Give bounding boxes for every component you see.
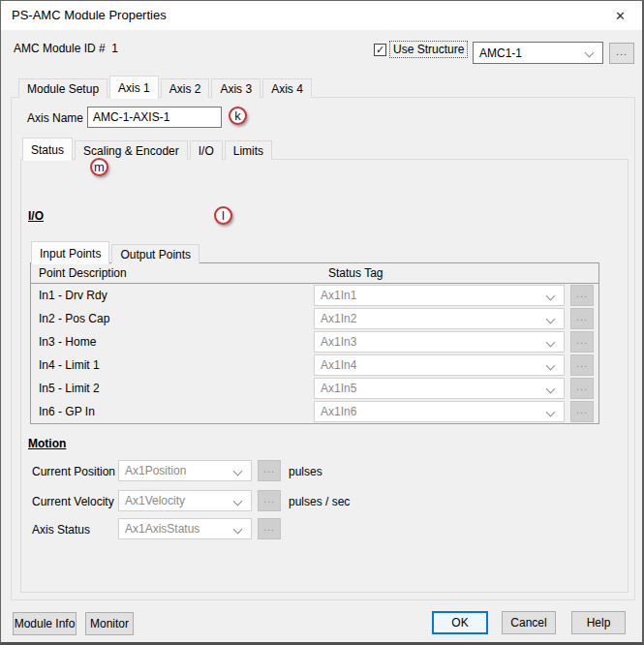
module-id-label: AMC Module ID # 1 <box>14 42 118 55</box>
table-row: In4 - Limit 1 Ax1In4 ... <box>31 353 598 377</box>
use-structure-label[interactable]: Use Structure <box>390 42 467 57</box>
chevron-down-icon <box>546 314 556 323</box>
tab-io[interactable]: I/O <box>190 140 223 160</box>
chevron-down-icon <box>233 466 243 476</box>
column-point-description: Point Description <box>39 266 127 280</box>
chevron-down-icon <box>546 360 556 370</box>
dialog-title: PS-AMC Module Properties <box>12 1 167 30</box>
tab-axis-1[interactable]: Axis 1 <box>109 76 159 99</box>
tab-axis-3[interactable]: Axis 3 <box>211 78 261 98</box>
position-browse-button[interactable]: ... <box>258 460 281 481</box>
use-structure-checkbox[interactable]: ✓ <box>374 44 386 56</box>
current-velocity-label: Current Velocity <box>32 495 114 508</box>
cancel-button[interactable]: Cancel <box>502 611 556 634</box>
structure-select[interactable]: AMC1-1 <box>473 42 603 64</box>
ellipsis-icon: ... <box>576 382 588 392</box>
tab-axis-2[interactable]: Axis 2 <box>161 78 210 98</box>
ellipsis-icon: ... <box>263 464 275 475</box>
status-tag-select[interactable]: Ax1In5 <box>314 378 565 399</box>
chevron-down-icon <box>585 48 595 58</box>
tag-browse-button[interactable]: ... <box>570 285 594 306</box>
annotation-circle-k: k <box>229 107 247 125</box>
current-velocity-select[interactable]: Ax1Velocity <box>118 490 252 511</box>
close-button[interactable]: ✕ <box>598 1 642 30</box>
tab-axis-4[interactable]: Axis 4 <box>262 78 312 98</box>
position-unit-label: pulses <box>289 465 322 478</box>
status-tag-select[interactable]: Ax1In2 <box>314 308 565 329</box>
input-points-table: Point Description Status Tag In1 - Drv R… <box>30 262 599 424</box>
table-row: In3 - Home Ax1In3 ... <box>31 330 598 353</box>
axis-status-label: Axis Status <box>32 523 90 537</box>
chevron-down-icon <box>546 407 556 416</box>
table-row: In5 - Limit 2 Ax1In5 ... <box>31 377 598 400</box>
table-row: In1 - Drv Rdy Ax1In1 ... <box>31 284 598 307</box>
ellipsis-icon: ... <box>263 494 275 505</box>
tab-status[interactable]: Status <box>22 138 73 161</box>
tab-output-points[interactable]: Output Points <box>111 244 199 263</box>
current-position-select[interactable]: Ax1Position <box>118 460 252 481</box>
status-tag-select[interactable]: Ax1In4 <box>314 354 565 376</box>
ellipsis-icon: ... <box>576 405 588 415</box>
table-row: In2 - Pos Cap Ax1In2 ... <box>31 307 598 330</box>
ellipsis-icon: ... <box>616 46 628 57</box>
tag-browse-button[interactable]: ... <box>570 378 594 399</box>
table-row: In6 - GP In Ax1In6 ... <box>31 400 598 423</box>
chevron-down-icon <box>546 384 556 393</box>
tag-browse-button[interactable]: ... <box>570 308 594 329</box>
tab-limits[interactable]: Limits <box>225 140 272 160</box>
module-info-button[interactable]: Module Info <box>13 612 77 635</box>
structure-browse-button[interactable]: ... <box>609 43 634 64</box>
annotation-circle-m: m <box>90 158 108 176</box>
column-status-tag: Status Tag <box>328 266 383 280</box>
io-heading: I/O <box>28 209 44 223</box>
help-button[interactable]: Help <box>571 611 626 634</box>
module-properties-dialog: PS-AMC Module Properties ✕ AMC Module ID… <box>0 0 644 645</box>
ellipsis-icon: ... <box>576 335 588 346</box>
tab-input-points[interactable]: Input Points <box>31 241 109 264</box>
annotation-circle-l: l <box>214 206 232 225</box>
tag-browse-button[interactable]: ... <box>570 331 594 353</box>
current-position-label: Current Position <box>32 465 115 478</box>
chevron-down-icon <box>233 496 243 506</box>
checkmark-icon: ✓ <box>376 44 384 56</box>
ellipsis-icon: ... <box>576 289 588 299</box>
status-tag-select[interactable]: Ax1In6 <box>314 401 565 422</box>
axis-name-label: Axis Name <box>27 111 83 125</box>
table-header: Point Description Status Tag <box>31 263 598 284</box>
ellipsis-icon: ... <box>263 522 275 533</box>
close-icon: ✕ <box>615 9 626 23</box>
ellipsis-icon: ... <box>576 358 588 369</box>
status-tag-select[interactable]: Ax1In3 <box>314 331 565 353</box>
axis-status-browse-button[interactable]: ... <box>258 518 281 539</box>
chevron-down-icon <box>546 337 556 347</box>
velocity-unit-label: pulses / sec <box>289 495 350 508</box>
chevron-down-icon <box>546 291 556 300</box>
ok-button[interactable]: OK <box>432 611 488 634</box>
ellipsis-icon: ... <box>576 312 588 322</box>
motion-heading: Motion <box>28 437 66 450</box>
axis-name-input[interactable]: AMC-1-AXIS-1 <box>87 107 222 128</box>
module-tab-strip: Module Setup Axis 1 Axis 2 Axis 3 Axis 4 <box>18 75 314 98</box>
structure-select-value: AMC1-1 <box>474 46 586 60</box>
tag-browse-button[interactable]: ... <box>570 401 594 422</box>
tab-scaling-encoder[interactable]: Scaling & Encoder <box>75 140 188 160</box>
points-tab-strip: Input Points Output Points <box>31 240 201 263</box>
chevron-down-icon <box>233 524 243 534</box>
tab-module-setup[interactable]: Module Setup <box>18 78 107 98</box>
axis-status-select[interactable]: Ax1AxisStatus <box>118 518 252 539</box>
axis-sub-tab-strip: Status Scaling & Encoder I/O Limits <box>22 137 274 160</box>
status-tag-select[interactable]: Ax1In1 <box>314 285 565 306</box>
title-bar: PS-AMC Module Properties ✕ <box>1 1 642 30</box>
tag-browse-button[interactable]: ... <box>570 354 594 376</box>
monitor-button[interactable]: Monitor <box>85 612 134 635</box>
velocity-browse-button[interactable]: ... <box>258 490 281 511</box>
